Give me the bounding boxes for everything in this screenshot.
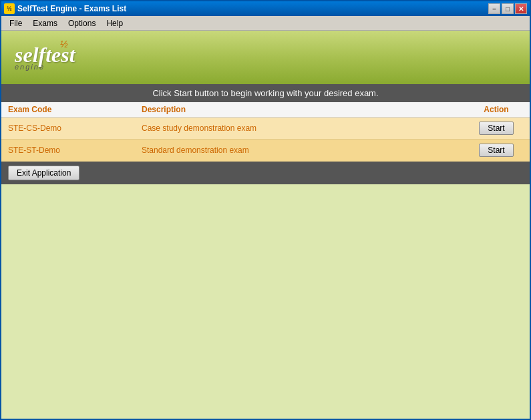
- exam-action-2: Start: [470, 144, 523, 157]
- header-action: Action: [470, 105, 523, 114]
- menu-file[interactable]: File: [4, 17, 27, 29]
- header-exam-code: Exam Code: [8, 105, 142, 114]
- exam-code-2: STE-ST-Demo: [8, 146, 142, 155]
- main-content: Click Start button to begin working with…: [1, 84, 530, 419]
- maximize-button[interactable]: □: [502, 3, 514, 14]
- title-bar: ½ SelfTest Engine - Exams List – □ ✕: [1, 1, 530, 16]
- content-area: [1, 184, 530, 419]
- window-controls: – □ ✕: [488, 3, 527, 14]
- exam-description-2: Standard demonstration exam: [142, 146, 470, 155]
- logo-version: ½: [60, 39, 87, 49]
- table-header: Exam Code Description Action: [1, 102, 530, 118]
- exit-application-button[interactable]: Exit Application: [8, 166, 79, 180]
- header-description: Description: [142, 105, 470, 114]
- table-row: STE-CS-Demo Case study demonstration exa…: [1, 118, 530, 140]
- table-row: STE-ST-Demo Standard demonstration exam …: [1, 140, 530, 162]
- exam-action-1: Start: [470, 122, 523, 135]
- menu-help[interactable]: Help: [101, 17, 128, 29]
- start-button-1[interactable]: Start: [479, 122, 513, 135]
- app-icon: ½: [4, 3, 15, 14]
- minimize-button[interactable]: –: [488, 3, 500, 14]
- exam-description-1: Case study demonstration exam: [142, 124, 470, 133]
- logo-area: selftest ½ engine: [1, 31, 530, 84]
- close-button[interactable]: ✕: [515, 3, 527, 14]
- menu-options[interactable]: Options: [63, 17, 101, 29]
- start-button-2[interactable]: Start: [479, 144, 513, 157]
- info-bar: Click Start button to begin working with…: [1, 84, 530, 102]
- main-window: ½ SelfTest Engine - Exams List – □ ✕ Fil…: [0, 0, 531, 420]
- window-title: SelfTest Engine - Exams List: [17, 4, 488, 13]
- menu-bar: File Exams Options Help: [1, 16, 530, 31]
- menu-exams[interactable]: Exams: [27, 17, 63, 29]
- exam-code-1: STE-CS-Demo: [8, 124, 142, 133]
- logo: selftest ½ engine: [15, 44, 75, 71]
- bottom-toolbar: Exit Application: [1, 162, 530, 184]
